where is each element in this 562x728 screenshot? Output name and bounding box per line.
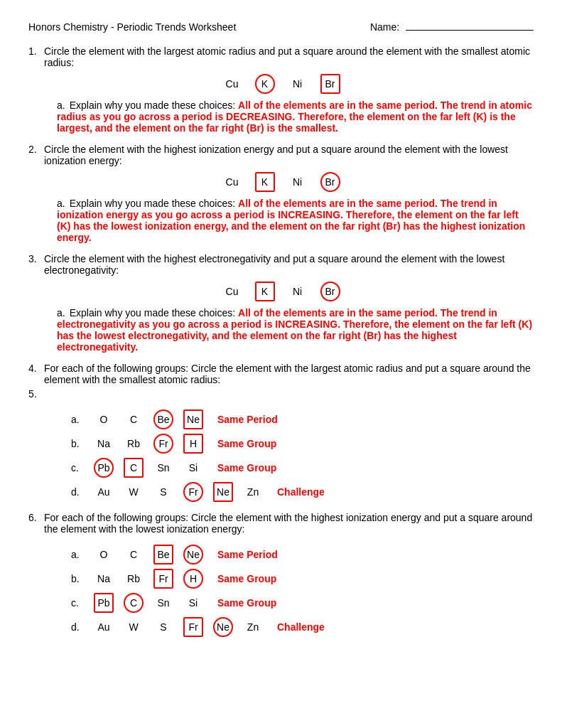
sub-label: a. bbox=[57, 198, 65, 209]
answer-prefix: Explain why you made these choices: bbox=[70, 198, 238, 209]
group-label: b. bbox=[71, 438, 84, 449]
group-tag: Same Period bbox=[217, 414, 278, 425]
element-c: C bbox=[124, 545, 144, 564]
question-4: 4. For each of the following groups: Cir… bbox=[28, 363, 534, 400]
group-label: c. bbox=[71, 597, 84, 609]
element-pb: Pb bbox=[94, 458, 114, 478]
element-ne: Ne bbox=[213, 482, 233, 502]
q6-text: For each of the following groups: Circle… bbox=[44, 512, 534, 535]
element-fr: Fr bbox=[153, 434, 173, 454]
group-tag: Same Group bbox=[217, 462, 276, 473]
group-label: a. bbox=[71, 414, 84, 425]
element-ni: Ni bbox=[288, 172, 308, 192]
group-row: a.OCBeNeSame Period bbox=[71, 545, 534, 564]
element-fr: Fr bbox=[183, 617, 203, 637]
element-br: Br bbox=[320, 74, 340, 94]
group-row: c.PbCSnSiSame Group bbox=[71, 458, 534, 478]
element-k: K bbox=[255, 74, 275, 94]
element-na: Na bbox=[94, 434, 114, 454]
group-row: a.OCBeNeSame Period bbox=[71, 410, 534, 429]
group-tag: Challenge bbox=[277, 621, 325, 633]
group-tag: Same Group bbox=[217, 597, 276, 609]
element-c: C bbox=[124, 458, 144, 478]
answer-prefix: Explain why you made these choices: bbox=[70, 100, 238, 111]
element-ne: Ne bbox=[183, 410, 203, 429]
name-underline[interactable] bbox=[406, 30, 534, 31]
element-fr: Fr bbox=[153, 569, 173, 589]
q-text: Circle the element with the highest ioni… bbox=[44, 144, 534, 166]
element-pb: Pb bbox=[94, 593, 114, 613]
element-row: CuKNiBr bbox=[28, 282, 534, 301]
group-row: d.AuWSFrNeZnChallenge bbox=[71, 482, 534, 502]
worksheet-title: Honors Chemistry - Periodic Trends Works… bbox=[28, 21, 236, 33]
q-number: 1. bbox=[28, 46, 44, 57]
group-row: c.PbCSnSiSame Group bbox=[71, 593, 534, 613]
element-cu: Cu bbox=[222, 282, 242, 301]
element-s: S bbox=[153, 617, 173, 637]
name-field: Name: bbox=[370, 21, 534, 33]
element-si: Si bbox=[183, 458, 203, 478]
sub-label: a. bbox=[57, 100, 65, 111]
group-label: a. bbox=[71, 549, 84, 560]
group-tag: Same Group bbox=[217, 573, 276, 584]
group-tag: Challenge bbox=[277, 486, 325, 498]
q-text: Circle the element with the largest atom… bbox=[44, 46, 534, 68]
element-rb: Rb bbox=[124, 434, 144, 454]
element-o: O bbox=[94, 545, 114, 564]
answer-prefix: Explain why you made these choices: bbox=[70, 307, 238, 318]
element-row: CuKNiBr bbox=[28, 172, 534, 192]
sub-answer: a.Explain why you made these choices: Al… bbox=[57, 198, 534, 243]
element-sn: Sn bbox=[153, 458, 173, 478]
element-si: Si bbox=[183, 593, 203, 613]
element-w: W bbox=[124, 482, 144, 502]
element-na: Na bbox=[94, 569, 114, 589]
element-k: K bbox=[255, 172, 275, 192]
element-h: H bbox=[183, 434, 203, 454]
element-h: H bbox=[183, 569, 203, 589]
element-fr: Fr bbox=[183, 482, 203, 502]
element-c: C bbox=[124, 410, 144, 429]
group-label: c. bbox=[71, 462, 84, 473]
element-rb: Rb bbox=[124, 569, 144, 589]
group-label: d. bbox=[71, 486, 84, 498]
question-3: 3.Circle the element with the highest el… bbox=[28, 253, 534, 353]
element-au: Au bbox=[94, 482, 114, 502]
q-number: 2. bbox=[28, 144, 44, 155]
group-tag: Same Group bbox=[217, 438, 276, 449]
element-be: Be bbox=[153, 545, 173, 564]
q4-text: For each of the following groups: Circle… bbox=[44, 363, 534, 385]
element-w: W bbox=[124, 617, 144, 637]
q-number: 3. bbox=[28, 253, 44, 264]
question-2: 2.Circle the element with the highest io… bbox=[28, 144, 534, 243]
element-zn: Zn bbox=[243, 617, 263, 637]
q4-number: 4. bbox=[28, 363, 44, 374]
element-zn: Zn bbox=[243, 482, 263, 502]
group-row: b.NaRbFrHSame Group bbox=[71, 569, 534, 589]
element-ni: Ni bbox=[288, 282, 308, 301]
element-c: C bbox=[124, 593, 144, 613]
q6-number: 6. bbox=[28, 512, 44, 523]
sub-answer: a.Explain why you made these choices: Al… bbox=[57, 100, 534, 134]
element-cu: Cu bbox=[222, 74, 242, 94]
group-tag: Same Period bbox=[217, 549, 278, 560]
group-label: b. bbox=[71, 573, 84, 584]
element-au: Au bbox=[94, 617, 114, 637]
q-text: Circle the element with the highest elec… bbox=[44, 253, 534, 276]
element-ne: Ne bbox=[213, 617, 233, 637]
element-br: Br bbox=[320, 172, 340, 192]
element-s: S bbox=[153, 482, 173, 502]
sub-answer: a.Explain why you made these choices: Al… bbox=[57, 307, 534, 353]
element-cu: Cu bbox=[222, 172, 242, 192]
group-label: d. bbox=[71, 621, 84, 633]
element-o: O bbox=[94, 410, 114, 429]
element-row: CuKNiBr bbox=[28, 74, 534, 94]
page-header: Honors Chemistry - Periodic Trends Works… bbox=[28, 21, 534, 33]
group-row: b.NaRbFrHSame Group bbox=[71, 434, 534, 454]
q5-number: 5. bbox=[28, 388, 44, 400]
element-ni: Ni bbox=[288, 74, 308, 94]
element-ne: Ne bbox=[183, 545, 203, 564]
element-k: K bbox=[255, 282, 275, 301]
question-1: 1.Circle the element with the largest at… bbox=[28, 46, 534, 134]
element-be: Be bbox=[153, 410, 173, 429]
group-row: d.AuWSFrNeZnChallenge bbox=[71, 617, 534, 637]
